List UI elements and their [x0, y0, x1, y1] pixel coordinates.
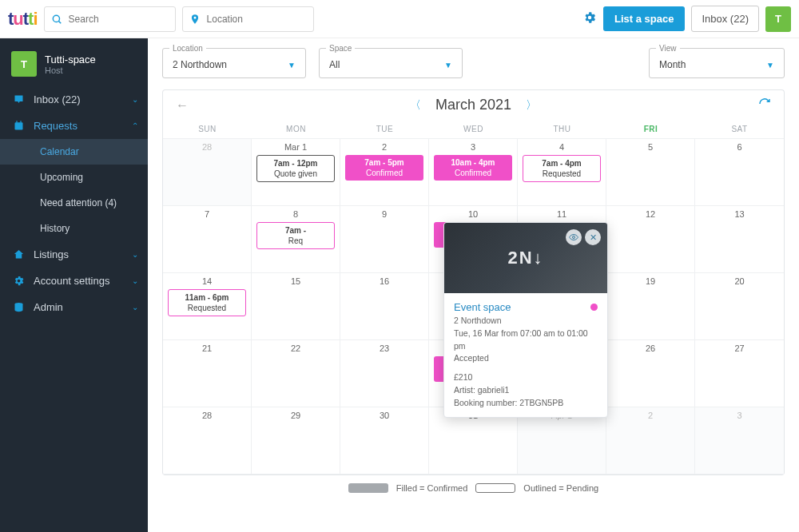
- chevron-down-icon: ⌄: [132, 303, 138, 312]
- view-icon[interactable]: [566, 229, 582, 245]
- list-space-button[interactable]: List a space: [603, 6, 685, 31]
- chevron-down-icon: ▼: [288, 61, 296, 69]
- sidebar-user[interactable]: T Tutti-space Host: [0, 46, 148, 86]
- sidebar-sub-upcoming[interactable]: Upcoming: [0, 165, 148, 190]
- calendar-cell[interactable]: 15: [252, 273, 340, 340]
- calendar-cell[interactable]: 27: [695, 340, 784, 407]
- gear-icon[interactable]: [582, 10, 597, 28]
- popover-when: Tue, 16 Mar from 07:00 am to 01:00 pm: [454, 328, 598, 353]
- calendar-cell[interactable]: 310am - 4pmConfirmed: [429, 139, 518, 206]
- calendar-cell[interactable]: 3: [695, 407, 784, 474]
- svg-point-0: [53, 15, 59, 22]
- inbox-button[interactable]: Inbox (22): [691, 6, 759, 32]
- calendar-cell[interactable]: 22: [252, 340, 340, 407]
- calendar-cell[interactable]: 27am - 5pmConfirmed: [340, 139, 429, 206]
- calendar-cell[interactable]: 6: [695, 139, 784, 206]
- filter-location[interactable]: Location 2 Northdown ▼: [162, 48, 306, 78]
- calendar-event[interactable]: 7am - 12pmQuote given: [256, 155, 335, 182]
- refresh-icon[interactable]: [758, 97, 771, 113]
- main: Location 2 Northdown ▼ Space All ▼ View …: [148, 38, 799, 532]
- day-number: 7: [168, 209, 246, 219]
- day-number: 19: [611, 276, 690, 286]
- svg-point-6: [573, 236, 575, 239]
- search-icon: [51, 14, 62, 25]
- popover-artist: Artist: gabrieli1: [454, 384, 598, 397]
- calendar-cell[interactable]: 29: [252, 407, 340, 474]
- calendar-event[interactable]: 11am - 6pmRequested: [168, 289, 246, 316]
- day-number: 5: [611, 142, 690, 152]
- filters: Location 2 Northdown ▼ Space All ▼ View …: [162, 48, 785, 78]
- sidebar-item-settings[interactable]: Account settings⌄: [0, 268, 148, 294]
- day-number: Mar 1: [256, 142, 335, 152]
- popover-location: 2 Northdown: [454, 315, 598, 328]
- calendar-cell[interactable]: 47am - 4pmRequested: [518, 139, 606, 206]
- sidebar-sub-need-attention-[interactable]: Need attention (4): [0, 190, 148, 216]
- svg-rect-3: [16, 121, 17, 123]
- location-input[interactable]: [205, 13, 307, 26]
- sidebar-item-inbox[interactable]: Inbox (22)⌄: [0, 86, 148, 113]
- sidebar-item-requests[interactable]: Requests⌃: [0, 113, 148, 139]
- avatar[interactable]: T: [765, 6, 791, 32]
- search-input[interactable]: [67, 13, 169, 26]
- calendar-event[interactable]: 7am - 5pmConfirmed: [345, 155, 423, 181]
- day-number: 13: [700, 209, 779, 219]
- calendar-cell[interactable]: 9: [340, 206, 429, 273]
- svg-line-1: [58, 21, 61, 23]
- calendar-cell[interactable]: Mar 17am - 12pmQuote given: [252, 139, 340, 206]
- sidebar-role: Host: [45, 66, 96, 75]
- calendar-cell[interactable]: 13: [695, 206, 784, 273]
- day-number: 10: [434, 209, 512, 219]
- location-box[interactable]: [182, 6, 314, 32]
- calendar-cell[interactable]: 87am -Req: [252, 206, 340, 273]
- sidebar-sub-calendar[interactable]: Calendar: [0, 139, 148, 165]
- calendar-event[interactable]: 7am - 4pmRequested: [523, 155, 601, 182]
- calendar-event[interactable]: 7am -Req: [256, 222, 335, 249]
- day-number: 23: [345, 343, 423, 353]
- calendar-cell[interactable]: 28: [163, 139, 252, 206]
- day-number: 4: [523, 142, 601, 152]
- calendar-cell[interactable]: 21: [163, 340, 252, 407]
- day-number: 2: [611, 411, 690, 420]
- calendar-cell[interactable]: 19: [606, 273, 695, 340]
- calendar-cell[interactable]: 7: [163, 206, 252, 273]
- day-number: 27: [700, 343, 779, 353]
- calendar-event[interactable]: 10am - 4pmConfirmed: [434, 155, 512, 181]
- calendar-cell[interactable]: 5: [606, 139, 695, 206]
- calendar-cell[interactable]: 30: [340, 407, 429, 474]
- calendar-cell[interactable]: 28: [163, 407, 252, 474]
- close-icon[interactable]: ✕: [585, 229, 601, 245]
- search-box[interactable]: [44, 6, 176, 32]
- day-number: 21: [168, 343, 246, 353]
- svg-rect-4: [20, 121, 21, 123]
- day-number: 30: [345, 411, 423, 420]
- day-number: 15: [256, 276, 335, 286]
- prev-month-icon[interactable]: 〈: [410, 98, 421, 113]
- calendar-cell[interactable]: 20: [695, 273, 784, 340]
- popover-booking: Booking number: 2TBGN5PB: [454, 397, 598, 410]
- calendar-cell[interactable]: 23: [340, 340, 429, 407]
- day-number: 12: [611, 209, 690, 219]
- day-number: 8: [256, 209, 335, 219]
- dow-header: FRI: [606, 120, 695, 139]
- day-number: 6: [700, 142, 779, 152]
- day-number: 16: [345, 276, 423, 286]
- calendar-cell[interactable]: 2: [606, 407, 695, 474]
- next-month-icon[interactable]: 〉: [526, 98, 537, 113]
- dow-header: SAT: [695, 120, 784, 139]
- calendar-cell[interactable]: 26: [606, 340, 695, 407]
- calendar-cell[interactable]: 16: [340, 273, 429, 340]
- calendar-cell[interactable]: 12: [606, 206, 695, 273]
- sidebar-item-admin[interactable]: Admin⌄: [0, 294, 148, 320]
- filter-view[interactable]: View Month ▼: [649, 48, 785, 78]
- day-number: 3: [434, 142, 512, 152]
- sidebar-username: Tutti-space: [45, 54, 96, 66]
- back-arrow-icon[interactable]: ←: [176, 98, 189, 113]
- popover-title[interactable]: Event space: [454, 301, 511, 313]
- filter-space[interactable]: Space All ▼: [319, 48, 463, 78]
- day-number: 3: [700, 411, 779, 420]
- calendar-cell[interactable]: 1411am - 6pmRequested: [163, 273, 252, 340]
- legend-filled-swatch: [348, 483, 388, 493]
- sidebar-item-listings[interactable]: Listings⌄: [0, 241, 148, 268]
- sidebar-sub-history[interactable]: History: [0, 216, 148, 241]
- logo[interactable]: tutti: [8, 9, 38, 30]
